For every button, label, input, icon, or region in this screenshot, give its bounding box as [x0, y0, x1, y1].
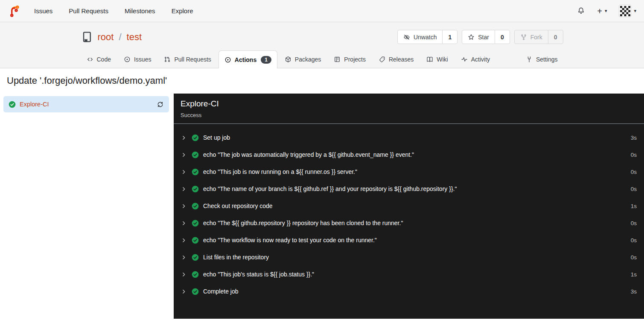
tab-code[interactable]: Code — [81, 50, 117, 68]
step-row[interactable]: echo "The workflow is now ready to test … — [181, 232, 639, 249]
fork-button: Fork 0 — [514, 30, 563, 44]
tab-wiki[interactable]: Wiki — [421, 50, 453, 68]
tabs-spacer — [497, 50, 519, 68]
step-name: List files in the repository — [203, 254, 269, 261]
step-row[interactable]: List files in the repository 0s — [181, 249, 639, 266]
watch-label: Unwatch — [414, 34, 437, 41]
log-job-status: Success — [181, 112, 637, 118]
tab-pull-requests[interactable]: Pull Requests — [158, 50, 216, 68]
tab-wiki-label: Wiki — [437, 56, 448, 63]
step-row[interactable]: echo "This job's status is ${{ job.statu… — [181, 266, 639, 283]
notifications-button[interactable] — [577, 7, 585, 15]
success-check-icon — [9, 101, 16, 108]
bell-icon — [577, 7, 585, 15]
repo-owner-link[interactable]: root — [98, 32, 114, 43]
steps-list: Set up job 3s echo "The job was automati… — [174, 124, 644, 300]
forgejo-logo-icon — [8, 5, 21, 18]
rerun-job-button[interactable] — [157, 101, 164, 108]
success-check-icon — [192, 185, 199, 193]
tab-activity[interactable]: Activity — [455, 50, 495, 68]
step-row[interactable]: Complete job 3s — [181, 283, 639, 300]
wiki-book-icon — [426, 56, 433, 63]
plus-icon: + — [597, 7, 602, 15]
job-log-panel: Explore-CI Success Set up job 3s echo "T… — [174, 94, 644, 319]
activity-pulse-icon — [461, 56, 468, 63]
step-name: echo "This job's status is ${{ job.statu… — [203, 271, 314, 278]
actions-count-badge: 1 — [261, 56, 271, 64]
star-label: Star — [478, 34, 489, 41]
tab-code-label: Code — [97, 56, 111, 63]
jobs-sidebar: Explore-CI — [0, 94, 174, 319]
chevron-right-icon — [181, 272, 186, 277]
repo-title-row: root / test Unwatch 1 — [81, 30, 563, 44]
eye-slash-icon — [403, 34, 410, 41]
issue-icon — [124, 56, 131, 63]
topnav-milestones[interactable]: Milestones — [125, 7, 155, 15]
step-row[interactable]: echo "The job was automatically triggere… — [181, 146, 639, 163]
step-row[interactable]: echo "The ${{ github.repository }} repos… — [181, 214, 639, 232]
avatar — [619, 5, 631, 17]
topnav-pull-requests[interactable]: Pull Requests — [69, 7, 108, 15]
job-name: Explore-CI — [20, 101, 49, 108]
watch-button[interactable]: Unwatch 1 — [397, 30, 458, 44]
actions-icon — [224, 56, 231, 63]
run-body: Explore-CI Explore-CI Success Set up job… — [0, 94, 644, 319]
step-name: echo "The workflow is now ready to test … — [203, 237, 377, 244]
topnav-explore[interactable]: Explore — [172, 7, 193, 15]
tab-issues-label: Issues — [134, 56, 151, 63]
identicon — [620, 6, 630, 16]
tab-packages-label: Packages — [295, 56, 321, 63]
success-check-icon — [192, 220, 199, 227]
job-item-explore-ci[interactable]: Explore-CI — [3, 96, 169, 112]
step-duration: 0s — [631, 254, 639, 261]
tab-releases[interactable]: Releases — [373, 50, 419, 68]
chevron-right-icon — [181, 135, 186, 141]
repo-name-link[interactable]: test — [127, 32, 142, 43]
package-icon — [285, 56, 291, 63]
top-navbar: Issues Pull Requests Milestones Explore … — [0, 0, 644, 22]
tab-settings[interactable]: Settings — [520, 50, 563, 68]
step-duration: 3s — [631, 135, 639, 141]
step-row[interactable]: Set up job 3s — [181, 129, 639, 146]
step-duration: 0s — [631, 220, 639, 226]
tab-packages[interactable]: Packages — [279, 50, 326, 68]
forgejo-logo[interactable] — [8, 4, 21, 18]
topnav-right: + ▾ ▾ — [577, 5, 636, 17]
topnav-issues[interactable]: Issues — [34, 7, 52, 15]
success-check-icon — [192, 237, 199, 244]
project-icon — [334, 56, 341, 63]
create-new-button[interactable]: + ▾ — [597, 7, 607, 15]
chevron-right-icon — [181, 220, 186, 226]
user-menu-button[interactable]: ▾ — [619, 5, 636, 17]
step-row[interactable]: echo "The name of your branch is ${{ git… — [181, 180, 639, 197]
fork-label: Fork — [530, 34, 542, 41]
star-count[interactable]: 0 — [495, 30, 510, 44]
pull-request-icon — [164, 56, 171, 63]
caret-down-icon: ▾ — [605, 8, 607, 14]
success-check-icon — [192, 134, 199, 141]
success-check-icon — [192, 151, 199, 159]
tab-actions[interactable]: Actions 1 — [219, 50, 277, 68]
chevron-right-icon — [181, 289, 186, 294]
step-row[interactable]: echo "This job is now running on a ${{ r… — [181, 163, 639, 180]
code-icon — [87, 56, 93, 63]
settings-tools-icon — [526, 56, 533, 63]
success-check-icon — [192, 203, 199, 210]
watch-count[interactable]: 1 — [442, 30, 457, 44]
tab-projects[interactable]: Projects — [328, 50, 371, 68]
tab-pull-requests-label: Pull Requests — [174, 56, 211, 63]
star-button[interactable]: Star 0 — [462, 30, 510, 44]
tab-activity-label: Activity — [471, 56, 490, 63]
step-duration: 0s — [631, 237, 639, 244]
step-row[interactable]: Check out repository code 1s — [181, 197, 639, 214]
tab-releases-label: Releases — [389, 56, 414, 63]
repo-header: root / test Unwatch 1 — [0, 22, 644, 68]
fork-count: 0 — [548, 30, 563, 44]
chevron-right-icon — [181, 238, 186, 243]
tab-issues[interactable]: Issues — [118, 50, 157, 68]
success-check-icon — [192, 271, 199, 278]
step-duration: 1s — [631, 203, 639, 209]
tab-settings-label: Settings — [536, 56, 558, 63]
step-duration: 0s — [631, 169, 639, 175]
topnav-items: Issues Pull Requests Milestones Explore — [34, 7, 193, 15]
